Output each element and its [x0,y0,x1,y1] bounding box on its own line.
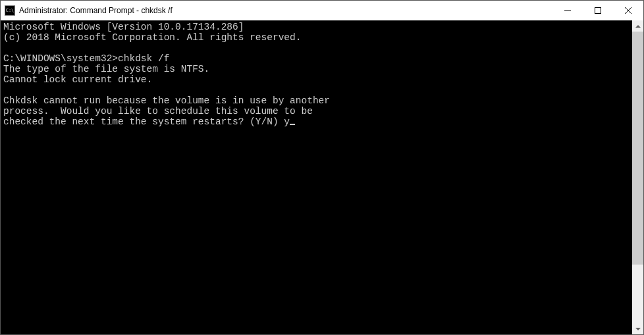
cursor [290,124,295,125]
close-icon [625,7,631,14]
maximize-button[interactable] [583,1,613,20]
terminal-output[interactable]: Microsoft Windows [Version 10.0.17134.28… [1,20,632,334]
terminal-line: checked the next time the system restart… [3,116,290,127]
scroll-thumb[interactable] [632,32,643,265]
vertical-scrollbar[interactable] [632,20,643,334]
scroll-up-button[interactable] [632,20,643,32]
chevron-up-icon [635,25,641,28]
command-prompt-window: C:\ Administrator: Command Prompt - chkd… [0,0,644,335]
terminal-line: Microsoft Windows [Version 10.0.17134.28… [3,22,244,32]
app-icon-label: C:\ [6,9,14,13]
terminal-prompt-line: C:\WINDOWS\system32>chkdsk /f [3,53,169,64]
window-title: Administrator: Command Prompt - chkdsk /… [19,6,552,15]
titlebar[interactable]: C:\ Administrator: Command Prompt - chkd… [1,1,643,20]
terminal-line: Cannot lock current drive. [3,74,152,85]
maximize-icon [595,7,601,14]
close-button[interactable] [613,1,643,20]
scroll-down-button[interactable] [632,323,643,334]
scroll-track[interactable] [632,32,643,323]
chevron-down-icon [635,328,641,330]
content-area: Microsoft Windows [Version 10.0.17134.28… [1,20,643,334]
terminal-line: process. Would you like to schedule this… [3,106,313,116]
terminal-line: (c) 2018 Microsoft Corporation. All righ… [3,32,301,43]
minimize-icon [564,7,571,14]
svg-marker-5 [635,328,641,330]
app-icon: C:\ [5,5,15,16]
terminal-line: The type of the file system is NTFS. [3,64,209,74]
terminal-line: Chkdsk cannot run because the volume is … [3,95,330,106]
svg-rect-1 [595,8,601,14]
window-controls [552,1,643,20]
svg-marker-4 [635,25,641,28]
minimize-button[interactable] [552,1,583,20]
